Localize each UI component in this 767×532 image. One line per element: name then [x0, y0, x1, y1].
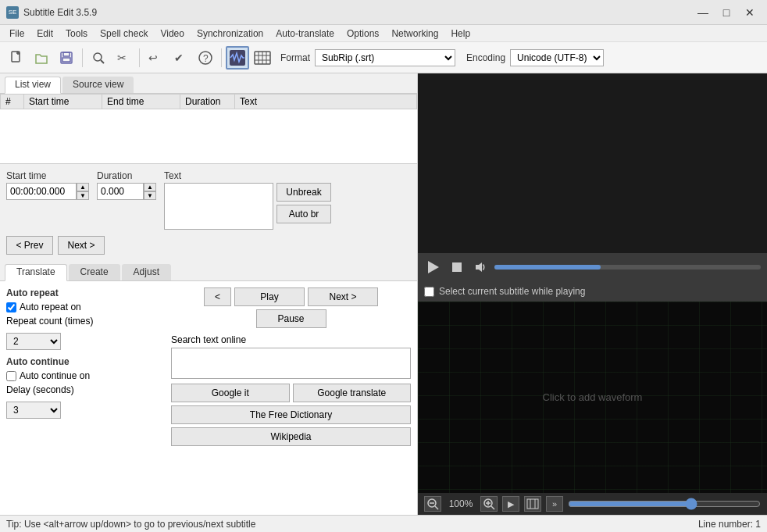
title-bar-left: SE Subtitle Edit 3.5.9 [6, 6, 97, 19]
prev-button[interactable]: < Prev [6, 236, 53, 255]
subtitle-while-playing-checkbox[interactable] [424, 287, 434, 297]
bottom-tabs-section: Translate Create Adjust Auto repeat Auto… [0, 261, 417, 515]
repeat-count-select[interactable]: 1 2 3 4 5 [6, 333, 61, 350]
menu-spellcheck[interactable]: Spell check [94, 27, 154, 41]
toolbar-cut-button[interactable]: ✂ [112, 46, 135, 70]
unbreak-button[interactable]: Unbreak [276, 183, 331, 202]
google-translate-button[interactable]: Google translate [293, 384, 412, 402]
toolbar-open-button[interactable] [30, 46, 53, 70]
encoding-select[interactable]: Unicode (UTF-8) UTF-8 BOM ANSI [510, 49, 604, 66]
right-panel: Select current subtitle while playing Cl… [418, 73, 767, 515]
format-section: Format SubRip (.srt) Advanced SubStation… [280, 49, 604, 66]
menu-options[interactable]: Options [341, 27, 385, 41]
video-progress-fill [494, 265, 601, 270]
waveform-goto-button[interactable]: » [546, 496, 563, 512]
waveform-slider[interactable] [568, 498, 761, 510]
maximize-button[interactable]: □ [715, 4, 737, 21]
toolbar-save-button[interactable] [55, 46, 78, 70]
menu-autotranslate[interactable]: Auto-translate [269, 27, 341, 41]
tab-source-view[interactable]: Source view [62, 77, 134, 93]
status-tip: Tip: Use <alt+arrow up/down> to go to pr… [6, 519, 698, 530]
svg-text:?: ? [203, 53, 209, 64]
zoom-out-button[interactable] [424, 496, 441, 512]
toolbar-sep3 [221, 48, 222, 67]
menu-synchronization[interactable]: Synchronization [191, 27, 269, 41]
waveform-play-button[interactable]: ▶ [502, 496, 519, 512]
minimize-button[interactable]: — [692, 4, 714, 21]
start-time-spinner-btns: ▲ ▼ [77, 183, 89, 200]
encoding-label: Encoding [466, 52, 505, 63]
close-button[interactable]: ✕ [739, 4, 761, 21]
toolbar-help-button[interactable]: ? [194, 46, 217, 70]
video-progress[interactable] [494, 265, 761, 270]
next-button[interactable]: Next > [58, 236, 105, 255]
text-input-row: Unbreak Auto br [164, 183, 411, 230]
video-area[interactable] [418, 73, 767, 253]
subtitle-check-label: Select current subtitle while playing [439, 286, 585, 297]
col-end-time: End time [102, 95, 180, 109]
waveform-area[interactable]: Click to add waveform [418, 302, 767, 493]
start-time-down[interactable]: ▼ [77, 191, 89, 200]
next-play-button[interactable]: Next > [308, 287, 378, 306]
free-dictionary-button[interactable]: The Free Dictionary [171, 405, 411, 424]
duration-input[interactable] [97, 183, 144, 200]
auto-continue-checkbox[interactable] [6, 371, 16, 381]
menu-help[interactable]: Help [444, 27, 476, 41]
tab-list-view[interactable]: List view [5, 77, 61, 94]
col-text: Text [235, 95, 417, 109]
format-select[interactable]: SubRip (.srt) Advanced SubStation Alpha … [315, 49, 455, 66]
svg-text:✂: ✂ [117, 52, 127, 64]
toolbar-new-button[interactable] [5, 46, 28, 70]
toolbar-sep2 [139, 48, 140, 67]
auto-continue-on-label: Auto continue on [20, 370, 90, 381]
pause-button[interactable]: Pause [256, 309, 326, 328]
duration-up[interactable]: ▲ [144, 183, 156, 191]
tab-adjust[interactable]: Adjust [122, 264, 171, 280]
zoom-level: 100% [446, 498, 476, 509]
start-time-label: Start time [6, 170, 89, 181]
repeat-count-row: Repeat count (times) [6, 316, 159, 327]
play-button[interactable]: Play [234, 287, 305, 306]
toolbar-find-button[interactable] [87, 46, 110, 70]
col-duration: Duration [180, 95, 235, 109]
start-time-up[interactable]: ▲ [77, 183, 89, 191]
text-textarea[interactable] [164, 183, 273, 230]
zoom-in-button[interactable] [480, 496, 498, 512]
duration-down[interactable]: ▼ [144, 191, 156, 200]
edit-row: Start time ▲ ▼ Duration ▲ [6, 170, 411, 230]
svg-rect-29 [527, 499, 538, 509]
volume-button[interactable] [471, 258, 490, 277]
auto-repeat-checkbox[interactable] [6, 302, 16, 312]
toolbar-check-button[interactable]: ✔ [169, 46, 192, 70]
toolbar-video-button[interactable] [251, 46, 274, 70]
stop-button[interactable] [448, 258, 466, 277]
google-it-button[interactable]: Google it [171, 384, 290, 402]
edit-area: Start time ▲ ▼ Duration ▲ [0, 164, 417, 261]
repeat-count-label: Repeat count (times) [6, 316, 93, 327]
search-text-label: Search text online [171, 334, 411, 345]
svg-line-26 [491, 506, 494, 509]
online-btn-row1: Google it Google translate [171, 384, 411, 402]
play-pause-button[interactable] [424, 258, 443, 277]
wikipedia-button[interactable]: Wikipedia [171, 427, 411, 446]
bottom-tabs: Translate Create Adjust [0, 261, 417, 281]
menu-video[interactable]: Video [154, 27, 190, 41]
start-time-input[interactable] [6, 183, 77, 200]
tab-create[interactable]: Create [69, 264, 120, 280]
search-text-input[interactable] [171, 348, 411, 379]
menu-edit[interactable]: Edit [30, 27, 59, 41]
waveform-frame-button[interactable] [524, 496, 541, 512]
auto-br-button[interactable]: Auto br [276, 205, 331, 223]
auto-repeat-row: Auto repeat on [6, 302, 159, 312]
prev-play-button[interactable]: < [204, 287, 231, 306]
toolbar-undo-button[interactable]: ↩ [144, 46, 167, 70]
tab-translate[interactable]: Translate [5, 264, 67, 281]
menu-networking[interactable]: Networking [385, 27, 444, 41]
subtitle-table-container: # Start time End time Duration Text [0, 94, 417, 164]
delay-select[interactable]: 1 2 3 4 5 [6, 402, 61, 419]
menu-file[interactable]: File [3, 27, 30, 41]
toolbar-waveform-button[interactable] [226, 46, 249, 70]
auto-repeat-header: Auto repeat [6, 287, 159, 298]
col-start-time: Start time [24, 95, 102, 109]
menu-tools[interactable]: Tools [59, 27, 94, 41]
